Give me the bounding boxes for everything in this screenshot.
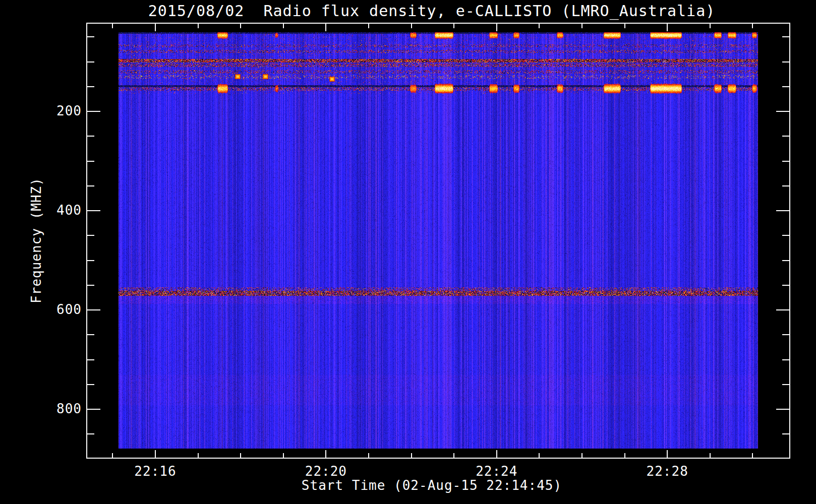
axis-tick: [87, 235, 94, 236]
axis-tick: [87, 409, 100, 410]
axis-tick: [710, 24, 711, 28]
axis-tick: [782, 161, 789, 162]
axis-tick: [782, 285, 789, 286]
axis-tick: [782, 86, 789, 87]
axis-tick: [87, 111, 100, 112]
spectrogram-page: 2015/08/02 Radio flux density, e-CALLIST…: [0, 0, 816, 504]
y-tick-label: 200: [20, 103, 82, 118]
axis-tick: [198, 453, 199, 458]
axis-tick: [87, 210, 100, 211]
axis-tick: [155, 24, 156, 31]
x-tick-label: 22:28: [622, 464, 713, 479]
axis-tick: [112, 24, 113, 28]
axis-tick: [776, 309, 789, 310]
axis-tick: [87, 61, 94, 62]
axis-tick: [776, 210, 789, 211]
axis-tick: [782, 185, 789, 186]
axis-tick: [453, 453, 454, 458]
axis-tick: [112, 453, 113, 458]
axis-tick: [539, 24, 540, 28]
axis-tick: [710, 453, 711, 458]
axis-tick: [581, 24, 582, 28]
axis-tick: [496, 24, 497, 31]
chart-title: 2015/08/02 Radio flux density, e-CALLIST…: [81, 2, 783, 20]
axis-tick: [782, 36, 789, 37]
axis-tick: [776, 409, 789, 410]
axis-tick: [752, 453, 753, 458]
axis-tick: [624, 453, 625, 458]
y-tick-label: 600: [20, 302, 82, 317]
axis-tick: [87, 185, 94, 186]
axis-tick: [87, 285, 94, 286]
axis-tick: [581, 453, 582, 458]
axis-tick: [368, 24, 369, 28]
axis-tick: [667, 450, 668, 458]
y-axis-label: Frequency (MHZ): [29, 177, 44, 303]
axis-tick: [325, 24, 326, 31]
axis-tick: [411, 453, 412, 458]
axis-tick: [87, 136, 94, 137]
axis-tick: [87, 36, 94, 37]
axis-tick: [782, 433, 789, 434]
axis-tick: [325, 450, 326, 458]
axis-tick: [283, 24, 284, 28]
axis-tick: [782, 136, 789, 137]
axis-tick: [411, 24, 412, 28]
axis-tick: [368, 453, 369, 458]
x-tick-label: 22:24: [451, 464, 542, 479]
axis-tick: [776, 111, 789, 112]
axis-tick: [240, 24, 241, 28]
axis-tick: [155, 450, 156, 458]
axis-tick: [87, 384, 94, 385]
axis-tick: [782, 334, 789, 335]
axis-tick: [752, 24, 753, 28]
x-axis-label: Start Time (02-Aug-15 22:14:45): [81, 478, 783, 493]
axis-tick: [87, 334, 94, 335]
axis-tick: [624, 24, 625, 28]
spectrogram-canvas: [119, 32, 758, 449]
axis-tick: [667, 24, 668, 31]
axis-tick: [198, 24, 199, 28]
axis-tick: [283, 453, 284, 458]
x-tick-label: 22:16: [110, 464, 201, 479]
axis-tick: [782, 61, 789, 62]
axis-tick: [87, 86, 94, 87]
axis-tick: [782, 235, 789, 236]
y-tick-label: 400: [20, 203, 82, 218]
y-tick-label: 800: [20, 401, 82, 416]
axis-tick: [240, 453, 241, 458]
axis-tick: [87, 309, 100, 310]
axis-tick: [782, 359, 789, 360]
axis-tick: [87, 433, 94, 434]
x-tick-label: 22:20: [280, 464, 371, 479]
axis-tick: [87, 260, 94, 261]
axis-tick: [539, 453, 540, 458]
axis-tick: [496, 450, 497, 458]
axis-tick: [87, 161, 94, 162]
axis-tick: [782, 260, 789, 261]
axis-tick: [782, 384, 789, 385]
axis-tick: [453, 24, 454, 28]
axis-tick: [87, 359, 94, 360]
